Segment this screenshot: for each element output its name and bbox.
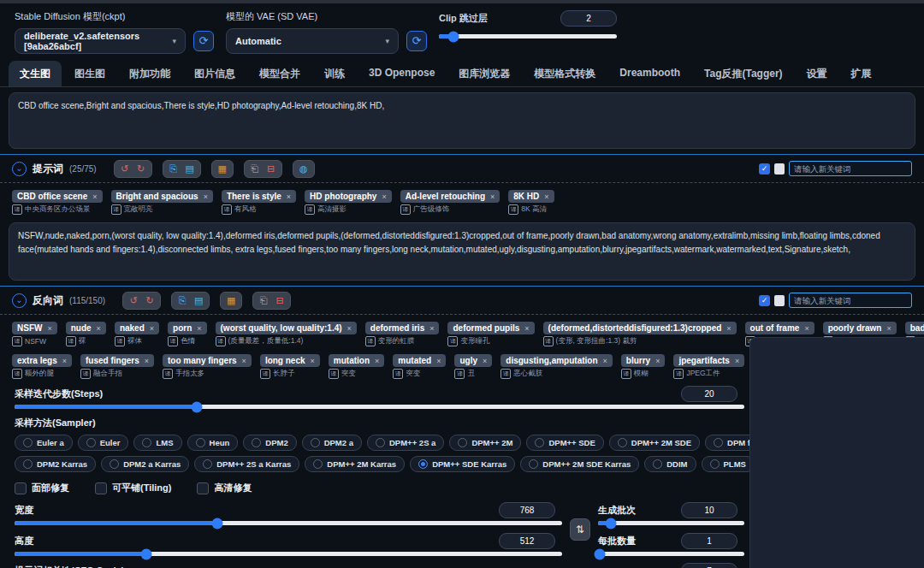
tag-remove-icon[interactable]: × (804, 324, 808, 333)
tag-chip[interactable]: too many fingers × (163, 354, 252, 367)
tag-chip[interactable]: Bright and spacious × (111, 190, 213, 203)
model-dropdown[interactable]: deliberate_v2.safetensors [9aba26abcf] ▾ (15, 28, 186, 54)
tag-chip[interactable]: extra legs × (12, 354, 72, 367)
tag-remove-icon[interactable]: × (97, 324, 101, 333)
tab[interactable]: Tag反推(Tagger) (693, 61, 794, 86)
sampler-option[interactable]: DPM++ 2M (449, 435, 521, 451)
tag-remove-icon[interactable]: × (197, 324, 201, 333)
tag-chip[interactable]: nude × (66, 322, 106, 334)
batch-count-value[interactable]: 10 (681, 502, 737, 518)
redo-button[interactable]: ↻ (143, 294, 157, 307)
paste-button[interactable]: ⎗ (248, 163, 262, 175)
tag-remove-icon[interactable]: × (490, 192, 495, 201)
copy-button[interactable]: ⎘ (167, 163, 181, 175)
sampler-option[interactable]: Heun (187, 435, 239, 451)
new-keyword-input[interactable] (789, 293, 912, 308)
prompt-textarea[interactable]: CBD office scene,Bright and spacious,The… (9, 92, 915, 149)
tag-remove-icon[interactable]: × (655, 357, 660, 365)
tag-chip[interactable]: mutation × (329, 354, 384, 367)
width-value[interactable]: 768 (499, 502, 555, 518)
tag-chip[interactable]: deformed pupils × (447, 322, 534, 334)
tag-chip[interactable]: mutated × (393, 354, 446, 367)
tag-remove-icon[interactable]: × (242, 357, 246, 365)
sampler-option[interactable]: DPM2 a Karras (101, 456, 189, 472)
swap-dimensions-button[interactable]: ⇅ (570, 518, 590, 541)
sampler-option[interactable]: PLMS (702, 456, 755, 472)
tab[interactable]: 模型格式转换 (523, 61, 607, 86)
tag-remove-icon[interactable]: × (287, 192, 291, 201)
tag-chip[interactable]: naked × (115, 322, 159, 334)
vae-refresh-button[interactable]: ⟳ (406, 31, 427, 51)
tag-chip[interactable]: long neck × (260, 354, 320, 367)
delete-all-button[interactable]: ⊟ (264, 163, 278, 175)
tab[interactable]: 模型合并 (248, 61, 311, 86)
tag-remove-icon[interactable]: × (603, 357, 607, 365)
tag-chip[interactable]: disgusting,amputation × (500, 354, 612, 367)
sampler-option[interactable]: DPM++ 2S a Karras (194, 456, 299, 472)
tag-chip[interactable]: poorly drawn × (823, 322, 897, 334)
input-mode-icon[interactable] (774, 295, 785, 306)
tag-chip[interactable]: (worst quality, low quality:1.4) × (216, 322, 357, 334)
sampler-option[interactable]: Euler (78, 435, 129, 451)
tag-chip[interactable]: Ad-level retouching × (400, 190, 500, 203)
save-button[interactable]: ▤ (192, 294, 205, 307)
sampler-option[interactable]: DDIM (644, 456, 696, 472)
negative-prompt-textarea[interactable]: NSFW,nude,naked,porn,(worst quality, low… (9, 222, 915, 281)
sampler-option[interactable]: LMS (133, 435, 181, 451)
height-value[interactable]: 512 (499, 533, 555, 549)
vae-dropdown[interactable]: Automatic ▾ (226, 28, 399, 54)
tab[interactable]: 图片信息 (183, 61, 246, 86)
tag-remove-icon[interactable]: × (524, 324, 529, 333)
tab[interactable]: 图库浏览器 (447, 61, 521, 86)
height-slider[interactable] (15, 552, 562, 556)
sampler-option[interactable]: Euler a (15, 435, 73, 451)
tag-chip[interactable]: NSFW × (12, 322, 57, 334)
sampler-option[interactable]: DPM++ SDE Karras (410, 456, 515, 472)
tag-remove-icon[interactable]: × (204, 192, 208, 201)
steps-value[interactable]: 20 (681, 386, 737, 402)
tag-remove-icon[interactable]: × (150, 324, 154, 333)
tab[interactable]: 扩展 (840, 61, 883, 86)
tab[interactable]: 3D Openpose (358, 61, 446, 86)
paste-button[interactable]: ⎗ (257, 294, 270, 307)
tag-chip[interactable]: HD photography × (305, 190, 392, 203)
batch-size-value[interactable]: 1 (681, 533, 737, 549)
tag-chip[interactable]: jpegartifacts × (673, 354, 744, 367)
tag-remove-icon[interactable]: × (436, 357, 441, 365)
batch-size-slider[interactable] (598, 552, 744, 556)
option-checkbox[interactable]: 面部修复 (15, 482, 69, 494)
tag-remove-icon[interactable]: × (382, 192, 386, 201)
tag-remove-icon[interactable]: × (544, 192, 548, 201)
tab[interactable]: 训练 (313, 61, 356, 86)
tag-chip[interactable]: CBD office scene × (12, 190, 103, 203)
auto-translate-checkbox[interactable]: ✓ (759, 295, 770, 306)
sampler-option[interactable]: DPM2 a (302, 435, 362, 451)
tag-remove-icon[interactable]: × (92, 192, 97, 201)
tag-chip[interactable]: deformed iris × (365, 322, 440, 334)
tab[interactable]: Dreambooth (608, 61, 691, 86)
model-refresh-button[interactable]: ⟳ (193, 31, 214, 51)
sampler-option[interactable]: DPM++ SDE (526, 435, 603, 451)
collapse-icon[interactable]: ⌄ (12, 162, 27, 176)
tag-chip[interactable]: blurry × (621, 354, 666, 367)
delete-all-button[interactable]: ⊟ (273, 294, 287, 307)
tag-chip[interactable]: ugly × (454, 354, 492, 367)
new-keyword-input[interactable] (789, 161, 912, 176)
redo-button[interactable]: ↻ (134, 163, 148, 175)
tag-remove-icon[interactable]: × (347, 324, 352, 333)
tag-remove-icon[interactable]: × (483, 357, 487, 365)
tag-chip[interactable]: There is style × (222, 190, 296, 203)
tag-chip[interactable]: porn × (168, 322, 206, 334)
width-slider[interactable] (15, 521, 562, 525)
sampler-option[interactable]: DPM2 Karras (15, 456, 96, 472)
tag-chip[interactable]: (deformed,distorteddisfigured:1.3)croppe… (543, 322, 737, 334)
option-checkbox[interactable]: 高清修复 (197, 482, 252, 494)
tag-remove-icon[interactable]: × (311, 357, 315, 365)
save-button[interactable]: ▤ (183, 163, 197, 175)
copy-button[interactable]: ⎘ (175, 294, 189, 307)
undo-button[interactable]: ↺ (118, 163, 132, 175)
sampler-option[interactable]: DPM++ 2M Karras (305, 456, 405, 472)
sampler-option[interactable]: DPM++ 2M SDE (609, 435, 700, 451)
input-mode-icon[interactable] (774, 163, 785, 175)
tag-chip[interactable]: bad anatomy × (905, 322, 924, 334)
